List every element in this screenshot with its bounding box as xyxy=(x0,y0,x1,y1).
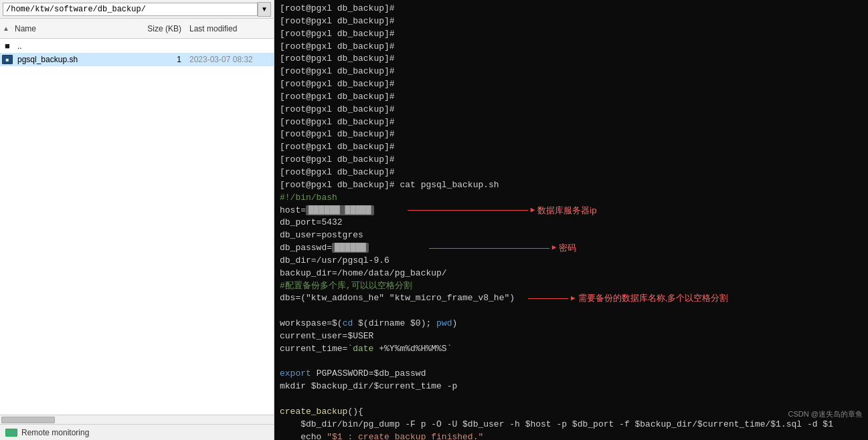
terminal-line: db_port=5432 xyxy=(280,217,863,229)
annotation-passwd: 密码 xyxy=(559,242,576,255)
annotation-dbs: 需要备份的数据库名称,多个以空格分割 xyxy=(578,292,729,305)
terminal-line: echo "$1 : create backup finished." xyxy=(280,431,863,440)
terminal-line xyxy=(280,356,863,368)
terminal-line: create_backup(){ xyxy=(280,406,863,419)
file-panel: ▼ ▲ Name Size (KB) Last modified ■ .. ■ xyxy=(0,0,274,440)
terminal-line: [root@pgxl db_backup]# xyxy=(280,104,863,116)
path-bar: ▼ xyxy=(0,0,274,19)
bottom-bar: Remote monitoring xyxy=(0,424,274,440)
terminal-line: current_time=`date +%Y%m%d%H%M%S` xyxy=(280,343,863,356)
terminal-line: [root@pgxl db_backup]# xyxy=(280,15,863,28)
remote-monitoring-label: Remote monitoring xyxy=(21,428,89,437)
terminal-line: dbs=("ktw_addons_he" "ktw_micro_frame_v8… xyxy=(280,292,863,305)
terminal-line: mkdir $backup_dir/$current_time -p xyxy=(280,380,863,393)
terminal-line: [root@pgxl db_backup]# xyxy=(280,66,863,78)
terminal-line: $db_dir/bin/pg_dump -F p -O -U $db_user … xyxy=(280,419,863,431)
terminal-line: [root@pgxl db_backup]# xyxy=(280,128,863,141)
list-item[interactable]: ■ .. xyxy=(0,39,274,53)
terminal-line: [root@pgxl db_backup]# xyxy=(280,78,863,91)
column-size-header[interactable]: Size (KB) xyxy=(133,24,187,33)
horizontal-scrollbar[interactable] xyxy=(0,415,274,424)
terminal-line xyxy=(280,393,863,406)
path-input[interactable] xyxy=(3,3,258,16)
file-modified: 2023-03-07 08:32 xyxy=(187,55,274,64)
sh-file-icon: ■ xyxy=(0,55,15,64)
terminal-line: #!/bin/bash xyxy=(280,192,863,205)
terminal-line: [root@pgxl db_backup]# xyxy=(280,41,863,53)
path-dropdown-button[interactable]: ▼ xyxy=(258,2,271,17)
monitor-icon xyxy=(5,429,17,437)
scrollbar-thumb[interactable] xyxy=(1,417,55,423)
main-layout: ▼ ▲ Name Size (KB) Last modified ■ .. ■ xyxy=(0,0,868,440)
file-table-header: ▲ Name Size (KB) Last modified xyxy=(0,19,274,39)
terminal-line: [root@pgxl db_backup]# xyxy=(280,53,863,66)
terminal-line: export PGPASSWORD=$db_passwd xyxy=(280,368,863,380)
terminal-line: [root@pgxl db_backup]# xyxy=(280,141,863,154)
list-item[interactable]: ■ pgsql_backup.sh 1 2023-03-07 08:32 xyxy=(0,53,274,66)
terminal-line: [root@pgxl db_backup]# cat pgsql_backup.… xyxy=(280,179,863,192)
column-name-header[interactable]: Name xyxy=(12,24,133,33)
watermark: CSDN @迷失岛的章鱼 xyxy=(788,409,863,420)
terminal-line: [root@pgxl db_backup]# xyxy=(280,154,863,167)
terminal-line: [root@pgxl db_backup]# xyxy=(280,167,863,179)
terminal-line: backup_dir=/home/data/pg_backup/ xyxy=(280,267,863,280)
file-list: ■ .. ■ pgsql_backup.sh 1 2023-03-07 08:3… xyxy=(0,39,274,415)
folder-icon: ■ xyxy=(0,41,15,51)
terminal-line: [root@pgxl db_backup]# xyxy=(280,3,863,15)
annotation-host: 数据库服务器ip xyxy=(537,205,596,217)
terminal-line: [root@pgxl db_backup]# xyxy=(280,116,863,129)
column-modified-header[interactable]: Last modified xyxy=(187,24,274,33)
file-size: 1 xyxy=(133,55,187,64)
terminal-line: current_user=$USER xyxy=(280,330,863,343)
file-name: pgsql_backup.sh xyxy=(15,55,133,64)
terminal-line: [root@pgxl db_backup]# xyxy=(280,91,863,104)
terminal-line: workspase=$(cd $(dirname $0); pwd) xyxy=(280,318,863,330)
terminal-line: host=██████ █████ ▶ 数据库服务器ip xyxy=(280,205,863,217)
terminal-line: db_dir=/usr/pgsql-9.6 xyxy=(280,255,863,267)
sort-icon: ▲ xyxy=(0,25,12,32)
terminal-panel[interactable]: [root@pgxl db_backup]# [root@pgxl db_bac… xyxy=(274,0,868,440)
terminal-line: db_user=postgres xyxy=(280,229,863,242)
terminal-line xyxy=(280,305,863,318)
terminal-line: db_passwd=██████ ▶ 密码 xyxy=(280,242,863,255)
file-name: .. xyxy=(15,41,133,51)
terminal-line: #配置备份多个库,可以以空格分割 xyxy=(280,280,863,293)
terminal-line: [root@pgxl db_backup]# xyxy=(280,28,863,41)
